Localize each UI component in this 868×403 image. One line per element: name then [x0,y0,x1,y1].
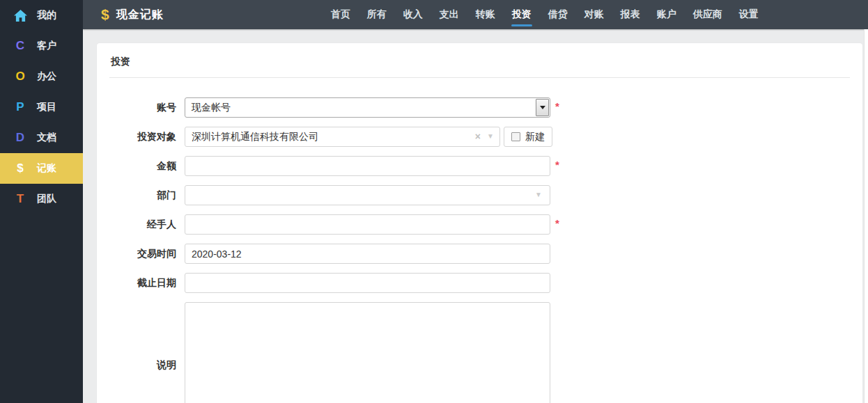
department-select-input[interactable] [185,185,550,205]
investment-form: 账号 现金帐号 * 投资对象 × ▼ [97,78,862,403]
nav-item-suppliers[interactable]: 供应商 [692,0,724,29]
target-label: 投资对象 [97,127,176,147]
target-input[interactable] [185,127,500,147]
required-asterisk: * [555,97,559,116]
topbar: $ 现金记账 首页 所有 收入 支出 转账 投资 借贷 对账 报表 账户 供应商… [83,0,868,29]
sidebar: 我的 C 客户 O 办公 P 项目 D 文档 $ 记账 T 团队 [0,0,83,403]
trade-time-input[interactable] [185,244,550,264]
sidebar-item-label: 我的 [37,9,56,22]
deadline-input[interactable] [185,273,550,293]
dollar-logo-icon: $ [101,6,109,23]
amount-input[interactable] [185,156,550,176]
form-row-department: 部门 ▼ [97,185,862,205]
nav-item-all[interactable]: 所有 [366,0,388,29]
scrollbar[interactable] [864,29,868,403]
sidebar-item-label: 客户 [37,40,56,52]
office-icon: O [12,70,29,84]
projects-icon: P [12,100,29,114]
sidebar-item-label: 团队 [37,193,56,205]
account-select-value: 现金帐号 [192,102,231,114]
deadline-label: 截止日期 [97,273,176,293]
chevron-down-icon[interactable]: ▼ [487,127,494,146]
form-row-amount: 金额 * [97,156,862,176]
nav-item-accounts[interactable]: 账户 [656,0,678,29]
team-icon: T [12,192,29,206]
customers-icon: C [12,39,29,53]
nav-item-expense[interactable]: 支出 [438,0,460,29]
nav-item-reports[interactable]: 报表 [619,0,642,29]
sidebar-item-label: 记账 [37,162,56,175]
handler-input[interactable] [185,214,550,235]
required-asterisk: * [555,214,559,232]
chevron-down-icon[interactable]: ▼ [535,185,542,205]
sidebar-item-projects[interactable]: P 项目 [0,92,83,123]
app-title: 现金记账 [116,8,164,22]
required-asterisk: * [555,156,559,174]
nav-item-reconcile[interactable]: 对账 [583,0,605,29]
amount-label: 金额 [97,156,176,176]
nav-item-investment[interactable]: 投资 [511,0,533,29]
page-background: 投资 账号 现金帐号 * 投资对象 × ▼ [83,29,868,403]
documents-icon: D [12,131,29,145]
home-icon [12,10,29,22]
form-row-handler: 经手人 * [97,214,862,235]
page-title: 投资 [97,43,862,77]
caret-down-icon [540,106,545,109]
account-select[interactable]: 现金帐号 [185,97,550,118]
sidebar-item-documents[interactable]: D 文档 [0,123,83,153]
sidebar-item-label: 项目 [37,101,56,113]
form-row-target: 投资对象 × ▼ 新建 [97,127,862,147]
new-target-label: 新建 [525,131,545,143]
dollar-icon: $ [12,161,29,175]
active-tab-underline [511,24,532,26]
trade-time-label: 交易时间 [97,244,176,264]
form-row-deadline: 截止日期 [97,273,862,293]
note-label: 说明 [97,359,176,372]
department-label: 部门 [97,185,176,205]
new-target-checkbox[interactable] [511,132,520,141]
nav-item-settings[interactable]: 设置 [738,0,760,29]
sidebar-item-my[interactable]: 我的 [0,0,83,31]
nav-item-income[interactable]: 收入 [402,0,424,29]
sidebar-item-customers[interactable]: C 客户 [0,31,83,61]
new-target-checkbox-box[interactable]: 新建 [504,127,552,147]
form-row-trade-time: 交易时间 [97,244,862,264]
sidebar-item-team[interactable]: T 团队 [0,184,83,214]
form-row-note: 说明 [97,302,862,403]
form-row-account: 账号 现金帐号 * [97,97,862,118]
investment-form-card: 投资 账号 现金帐号 * 投资对象 × ▼ [97,43,862,403]
nav-item-home[interactable]: 首页 [330,0,352,29]
account-label: 账号 [97,97,176,118]
sidebar-item-accounting[interactable]: $ 记账 [0,153,83,184]
handler-label: 经手人 [97,214,176,235]
sidebar-item-office[interactable]: O 办公 [0,61,83,92]
sidebar-item-label: 办公 [37,70,56,83]
clear-icon[interactable]: × [475,127,481,147]
select-dropdown-button[interactable] [536,99,549,116]
note-textarea[interactable] [185,302,550,403]
nav-item-transfer[interactable]: 转账 [474,0,497,29]
app-brand[interactable]: $ 现金记账 [83,6,164,23]
sidebar-item-label: 文档 [37,132,56,144]
nav-item-loan[interactable]: 借贷 [547,0,569,29]
top-nav: 首页 所有 收入 支出 转账 投资 借贷 对账 报表 账户 供应商 设置 [330,0,760,29]
